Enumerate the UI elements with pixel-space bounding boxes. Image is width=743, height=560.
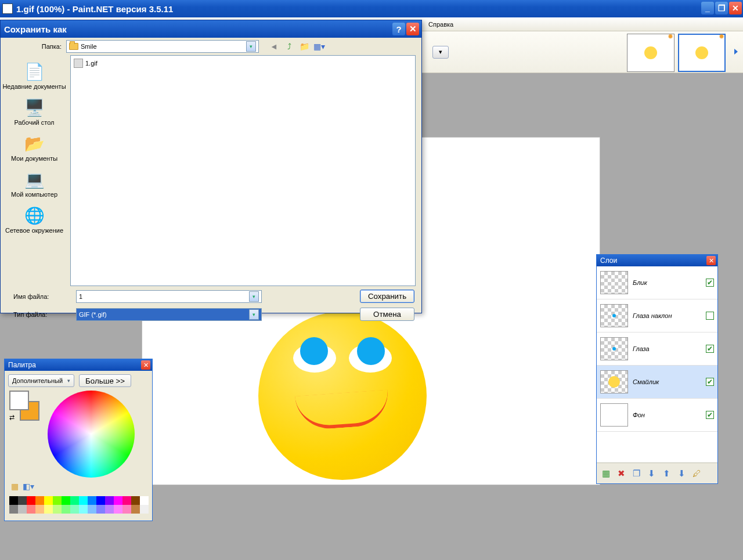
- palette-swatch[interactable]: [44, 496, 53, 505]
- layer-thumb: [600, 370, 628, 393]
- nav-back-icon[interactable]: ◄: [268, 41, 280, 52]
- filename-label: Имя файла:: [8, 293, 76, 300]
- file-item[interactable]: 1.gif: [73, 58, 413, 68]
- layer-name: Глаза: [633, 345, 701, 352]
- palette-swatch[interactable]: [131, 496, 140, 505]
- layer-row[interactable]: Глаза✔: [597, 333, 717, 366]
- layer-merge-down-icon[interactable]: ⬇: [645, 468, 657, 479]
- palette-swatch[interactable]: [114, 496, 122, 505]
- palette-swatch[interactable]: [114, 505, 122, 514]
- dialog-help-button[interactable]: ?: [392, 23, 405, 35]
- palette-titlebar[interactable]: Палитра ✕: [5, 359, 152, 371]
- nav-viewmenu-icon[interactable]: ▦▾: [313, 41, 325, 52]
- layers-titlebar[interactable]: Слои ✕: [597, 255, 717, 266]
- palette-manage-icon[interactable]: ◧▾: [23, 481, 34, 492]
- dialog-close-button[interactable]: ✕: [406, 23, 419, 35]
- mycomputer-icon: 💻: [24, 169, 45, 190]
- save-button[interactable]: Сохранить: [360, 290, 414, 303]
- place-desktop-label: Рабочий стол: [14, 119, 54, 126]
- palette-swatch[interactable]: [18, 496, 27, 505]
- layer-duplicate-icon[interactable]: ❐: [630, 468, 642, 479]
- palette-swatch[interactable]: [79, 505, 88, 514]
- chevron-down-icon[interactable]: [249, 309, 259, 320]
- palette-swatch[interactable]: [27, 505, 35, 514]
- palette-swatch[interactable]: [96, 505, 105, 514]
- minimize-button[interactable]: _: [701, 2, 714, 15]
- canvas-smiley-graphic: [258, 312, 427, 480]
- layer-row[interactable]: Фон✔: [597, 399, 717, 432]
- layer-visibility-checkbox[interactable]: ✔: [706, 378, 714, 386]
- layer-delete-icon[interactable]: ✖: [615, 468, 627, 479]
- palette-swatch[interactable]: [70, 496, 79, 505]
- filename-input[interactable]: 1: [76, 290, 262, 303]
- layer-name: Блик: [633, 279, 701, 286]
- palette-swatch-strip[interactable]: [9, 496, 149, 514]
- nav-up-icon[interactable]: ⤴: [283, 41, 295, 52]
- layer-add-icon[interactable]: ▦: [600, 468, 612, 479]
- layers-close-button[interactable]: ✕: [706, 256, 716, 265]
- palette-swatch[interactable]: [105, 505, 114, 514]
- layer-thumb: [600, 304, 628, 327]
- palette-swatch[interactable]: [18, 505, 27, 514]
- primary-color-swatch[interactable]: [9, 391, 29, 410]
- chevron-down-icon[interactable]: [246, 41, 256, 52]
- layer-move-up-icon[interactable]: ⬆: [661, 468, 672, 479]
- toolbar-dropdown[interactable]: ▾: [432, 46, 449, 59]
- modified-star-icon: ✹: [719, 32, 724, 41]
- layer-visibility-checkbox[interactable]: ✔: [706, 279, 714, 287]
- palette-swatch[interactable]: [88, 505, 96, 514]
- close-button[interactable]: ✕: [729, 2, 742, 15]
- palette-swatch[interactable]: [35, 496, 44, 505]
- maximize-button[interactable]: ❐: [715, 2, 728, 15]
- palette-more-button[interactable]: Больше >>: [79, 374, 131, 387]
- place-mycomputer[interactable]: 💻 Мой компьютер: [2, 169, 67, 198]
- layer-visibility-checkbox[interactable]: ✔: [706, 345, 714, 353]
- place-mydocs[interactable]: 📂 Мои документы: [2, 133, 67, 162]
- palette-mode-dropdown[interactable]: Дополнительный: [8, 374, 74, 387]
- layer-row[interactable]: Смайлик✔: [597, 366, 717, 399]
- place-recent[interactable]: 📄 Недавние документы: [2, 61, 67, 90]
- thumbnail-list-toggle[interactable]: [733, 48, 741, 56]
- filetype-combo[interactable]: GIF (*.gif): [76, 308, 262, 321]
- palette-swatch[interactable]: [105, 496, 114, 505]
- palette-swatch[interactable]: [140, 496, 149, 505]
- color-wheel[interactable]: [48, 391, 135, 478]
- palette-swatch[interactable]: [53, 496, 62, 505]
- palette-swatch[interactable]: [70, 505, 79, 514]
- place-network[interactable]: 🌐 Сетевое окружение: [2, 205, 67, 234]
- chevron-down-icon[interactable]: [249, 291, 259, 302]
- palette-swatch[interactable]: [53, 505, 62, 514]
- palette-close-button[interactable]: ✕: [141, 360, 150, 370]
- layer-move-down-icon[interactable]: ⬇: [676, 468, 687, 479]
- palette-swatch[interactable]: [122, 505, 131, 514]
- layer-properties-icon[interactable]: 🖊: [691, 468, 702, 479]
- color-swatch-pair[interactable]: ⇄: [9, 391, 42, 423]
- palette-add-icon[interactable]: ▦: [9, 481, 20, 492]
- layer-thumb: [600, 403, 628, 427]
- palette-swatch[interactable]: [44, 505, 53, 514]
- palette-swatch[interactable]: [79, 496, 88, 505]
- palette-swatch[interactable]: [27, 496, 35, 505]
- place-desktop[interactable]: 🖥️ Рабочий стол: [2, 97, 67, 126]
- palette-swatch[interactable]: [35, 505, 44, 514]
- layer-visibility-checkbox[interactable]: ✔: [706, 411, 714, 419]
- folder-combo[interactable]: Smile: [66, 40, 259, 53]
- layer-visibility-checkbox[interactable]: ✔: [706, 312, 714, 320]
- palette-swatch[interactable]: [96, 496, 105, 505]
- layer-row[interactable]: Блик✔: [597, 266, 717, 299]
- filetype-label: Тип файла:: [8, 311, 76, 318]
- palette-swatch[interactable]: [9, 496, 18, 505]
- menu-help[interactable]: Справка: [424, 19, 458, 30]
- file-list[interactable]: 1.gif: [70, 55, 416, 286]
- swap-colors-icon[interactable]: ⇄: [9, 414, 15, 421]
- palette-swatch[interactable]: [62, 505, 70, 514]
- palette-swatch[interactable]: [62, 496, 70, 505]
- layer-row[interactable]: Глаза наклон✔: [597, 299, 717, 333]
- palette-swatch[interactable]: [88, 496, 96, 505]
- palette-swatch[interactable]: [122, 496, 131, 505]
- cancel-button[interactable]: Отмена: [360, 308, 414, 321]
- palette-swatch[interactable]: [140, 505, 149, 514]
- nav-newfolder-icon[interactable]: 📁: [298, 41, 310, 52]
- palette-swatch[interactable]: [9, 505, 18, 514]
- palette-swatch[interactable]: [131, 505, 140, 514]
